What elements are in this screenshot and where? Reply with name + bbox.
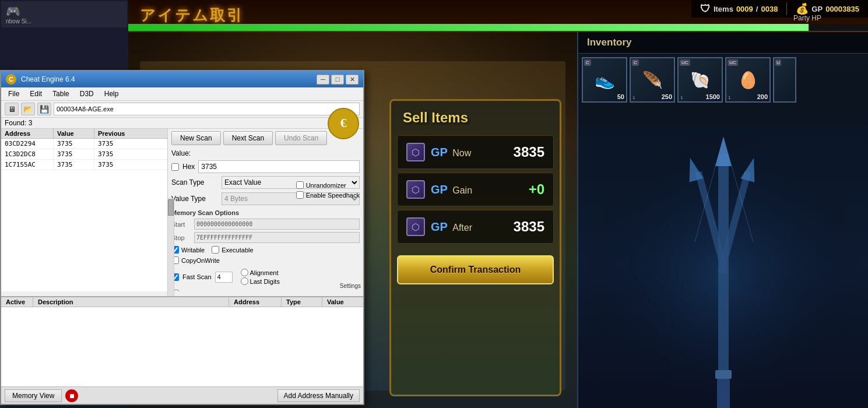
unrandomizer-row: Unrandomizer [296, 181, 360, 189]
fast-scan-label: Fast Scan [182, 273, 212, 280]
inventory-item-3[interactable]: UC 🐚 1500 1 [677, 57, 723, 103]
item-4-icon: 🥚 [738, 71, 758, 90]
right-panel: Inventory C 👟 50 C 🪶 250 1 UC 🐚 1500 1 U… [577, 32, 868, 408]
confirm-btn-container[interactable]: Confirm Transaction [397, 255, 554, 284]
unrandomizer-checkbox[interactable] [296, 181, 304, 189]
table-row[interactable]: 1C7155AC 3735 3735 [1, 160, 167, 170]
next-scan-button[interactable]: Next Scan [223, 131, 273, 145]
table-row[interactable]: 1C3D2DC8 3735 3735 [1, 149, 167, 160]
item-4-count: 200 [757, 93, 768, 100]
inventory-item-4[interactable]: UC 🥚 200 1 [725, 57, 771, 103]
toolbar-btn-1[interactable]: 🖥 [5, 103, 19, 115]
item-4-badge: UC [728, 59, 738, 66]
item-3-icon: 🐚 [690, 71, 711, 90]
ce-window-logo: C [6, 74, 16, 85]
writable-label: Writable [181, 247, 205, 254]
taskbar-item-1[interactable]: 🎮 nbow Si... [1, 1, 127, 27]
gp-gain-label: GP Gain [431, 183, 472, 196]
taskbar-left: 🎮 nbow Si... [0, 0, 128, 70]
inventory-item-5[interactable]: U [773, 57, 796, 103]
svg-text:€: € [340, 115, 347, 130]
ce-scan-panel: New Scan Next Scan Undo Scan Value: Hex … [168, 129, 363, 291]
col-addr: Address [229, 297, 282, 307]
scan-type-label: Scan Type [171, 178, 218, 187]
gp-display: 💰 GP 00003835 [786, 2, 868, 15]
executable-label: Executable [222, 247, 253, 254]
radio-group: Alignment Last Digits [241, 269, 280, 285]
pause-game-label: Pause the game while scanning [181, 290, 272, 292]
ce-window-title: Cheat Engine 6.4 [21, 75, 75, 83]
hex-value-input[interactable] [198, 160, 360, 173]
gp-gain-row: ⬡ GP Gain +0 [397, 173, 554, 206]
toolbar-btn-3[interactable]: 💾 [37, 103, 51, 115]
ce-window-controls[interactable]: ─ □ ✕ [317, 75, 359, 85]
cheat-engine-window: C Cheat Engine 6.4 ─ □ ✕ File Edit Table… [0, 70, 364, 405]
writable-executable-row: Writable Executable [171, 244, 360, 255]
fast-scan-value-input[interactable] [215, 272, 233, 283]
process-input[interactable] [54, 103, 360, 115]
inventory-header: Inventory [578, 32, 868, 54]
col-val: Value [322, 297, 363, 307]
col-previous-header: Previous [94, 129, 128, 138]
toolbar-btn-2[interactable]: 📂 [21, 103, 35, 115]
item-1-count: 50 [617, 93, 624, 100]
col-description: Description [33, 297, 229, 307]
row-3-previous: 3735 [94, 160, 117, 170]
menu-file[interactable]: File [3, 89, 24, 99]
alignment-label: Alignment [250, 269, 279, 276]
ce-titlebar: C Cheat Engine 6.4 ─ □ ✕ [1, 71, 363, 87]
row-2-previous: 3735 [94, 149, 117, 159]
new-scan-button[interactable]: New Scan [171, 131, 221, 145]
inventory-item-1[interactable]: C 👟 50 [582, 57, 627, 103]
menu-edit[interactable]: Edit [25, 89, 47, 99]
memory-view-button[interactable]: Memory View [5, 389, 62, 402]
ce-addr-header: Address Value Previous [1, 129, 167, 139]
memory-scan-label: Memory Scan Options [171, 207, 360, 217]
weapon-svg [578, 125, 868, 408]
item-1-icon: 👟 [595, 71, 615, 90]
ce-bottom-left: Memory View ■ [1, 389, 82, 402]
stop-icon[interactable]: ■ [65, 389, 78, 402]
ce-address-table: Active Description Address Type Value [1, 296, 363, 386]
alignment-radio[interactable] [241, 269, 248, 276]
maximize-button[interactable]: □ [331, 75, 344, 85]
add-address-manually-button[interactable]: Add Address Manually [277, 389, 360, 402]
menu-d3d[interactable]: D3D [75, 89, 99, 99]
hex-row: Hex [171, 159, 360, 174]
game-title-jp: アイテム取引 [128, 5, 255, 26]
ce-logo-big: € [327, 107, 360, 140]
ce-addr-table-body [1, 307, 363, 396]
svg-rect-7 [715, 370, 732, 379]
sell-dialog-title: Sell Items [391, 101, 560, 132]
xp-bar [128, 24, 809, 31]
menu-table[interactable]: Table [48, 89, 74, 99]
confirm-transaction-button[interactable]: Confirm Transaction [397, 255, 554, 284]
settings-icon-area[interactable]: Settings [340, 283, 361, 289]
row-3-address: 1C7155AC [1, 160, 54, 170]
inventory-item-2[interactable]: C 🪶 250 1 [630, 57, 675, 103]
stop-value-input[interactable] [194, 232, 360, 243]
minimize-button[interactable]: ─ [317, 75, 329, 85]
value-label: Value: [171, 149, 191, 157]
item-2-icon: 🪶 [642, 71, 663, 90]
item-3-stack: 1 [680, 95, 683, 100]
gp-after-label: GP After [431, 220, 472, 234]
ce-bottom-bar: Memory View ■ Add Address Manually [1, 386, 363, 404]
hex-checkbox[interactable] [171, 163, 179, 171]
close-button[interactable]: ✕ [346, 75, 359, 85]
col-type: Type [282, 297, 322, 307]
last-digits-radio[interactable] [241, 277, 248, 285]
executable-checkbox[interactable] [212, 246, 219, 254]
item-4-stack: 1 [728, 95, 730, 100]
speedhack-checkbox[interactable] [296, 191, 304, 199]
row-2-value: 3735 [54, 149, 94, 159]
table-row[interactable]: 03CD2294 3735 3735 [1, 139, 167, 149]
ce-scrollbar-thumb[interactable] [168, 199, 174, 216]
menu-help[interactable]: Help [100, 89, 124, 99]
found-count: Found: 3 [1, 118, 363, 128]
ce-main-area: Address Value Previous 03CD2294 3735 373… [1, 128, 363, 291]
gp-gain-value: +0 [529, 181, 544, 198]
undo-scan-button[interactable]: Undo Scan [275, 131, 327, 145]
weapon-display-area [578, 125, 868, 408]
start-value-input[interactable] [194, 219, 360, 230]
